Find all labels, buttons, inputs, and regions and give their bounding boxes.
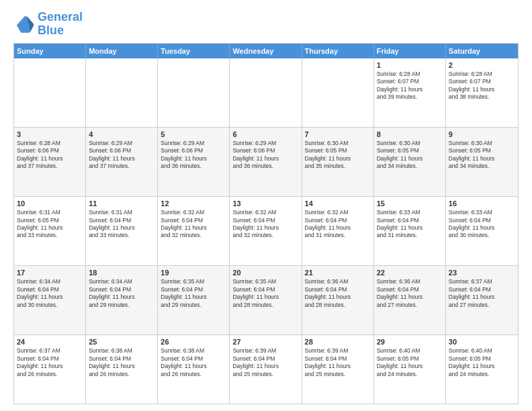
calendar-cell: 24Sunrise: 6:37 AM Sunset: 6:04 PM Dayli… xyxy=(14,335,86,404)
day-number: 23 xyxy=(449,268,515,277)
calendar-cell: 25Sunrise: 6:38 AM Sunset: 6:04 PM Dayli… xyxy=(86,335,158,404)
day-number: 12 xyxy=(161,199,226,208)
calendar-cell: 15Sunrise: 6:33 AM Sunset: 6:04 PM Dayli… xyxy=(374,197,446,265)
day-info: Sunrise: 6:37 AM Sunset: 6:04 PM Dayligh… xyxy=(449,278,515,309)
calendar-cell: 27Sunrise: 6:39 AM Sunset: 6:04 PM Dayli… xyxy=(230,335,302,404)
logo-text: General Blue xyxy=(38,11,83,38)
day-number: 25 xyxy=(89,337,154,347)
day-info: Sunrise: 6:30 AM Sunset: 6:05 PM Dayligh… xyxy=(305,140,371,171)
day-number: 27 xyxy=(232,337,298,347)
day-info: Sunrise: 6:29 AM Sunset: 6:06 PM Dayligh… xyxy=(232,140,298,171)
day-info: Sunrise: 6:32 AM Sunset: 6:04 PM Dayligh… xyxy=(232,209,298,240)
calendar-cell xyxy=(158,58,230,127)
day-number: 24 xyxy=(17,337,83,347)
day-number: 18 xyxy=(89,268,154,277)
day-number: 30 xyxy=(449,337,515,347)
day-number: 28 xyxy=(305,337,371,347)
day-info: Sunrise: 6:36 AM Sunset: 6:04 PM Dayligh… xyxy=(377,278,443,309)
calendar-row-2: 10Sunrise: 6:31 AM Sunset: 6:05 PM Dayli… xyxy=(14,196,518,265)
day-info: Sunrise: 6:38 AM Sunset: 6:04 PM Dayligh… xyxy=(161,347,226,378)
day-number: 17 xyxy=(17,268,83,277)
calendar: SundayMondayTuesdayWednesdayThursdayFrid… xyxy=(13,43,519,404)
calendar-cell: 6Sunrise: 6:29 AM Sunset: 6:06 PM Daylig… xyxy=(230,128,302,196)
calendar-cell: 1Sunrise: 6:28 AM Sunset: 6:07 PM Daylig… xyxy=(374,58,446,127)
day-info: Sunrise: 6:40 AM Sunset: 6:05 PM Dayligh… xyxy=(449,347,515,378)
calendar-cell: 26Sunrise: 6:38 AM Sunset: 6:04 PM Dayli… xyxy=(158,335,230,404)
day-number: 7 xyxy=(305,130,371,139)
day-info: Sunrise: 6:34 AM Sunset: 6:04 PM Dayligh… xyxy=(17,278,83,309)
day-info: Sunrise: 6:34 AM Sunset: 6:04 PM Dayligh… xyxy=(89,278,154,309)
header: General Blue xyxy=(13,11,519,38)
calendar-cell: 7Sunrise: 6:30 AM Sunset: 6:05 PM Daylig… xyxy=(302,128,374,196)
day-number: 5 xyxy=(161,130,226,139)
day-number: 16 xyxy=(449,199,515,208)
day-number: 11 xyxy=(89,199,154,208)
calendar-cell: 22Sunrise: 6:36 AM Sunset: 6:04 PM Dayli… xyxy=(374,266,446,334)
calendar-cell: 28Sunrise: 6:39 AM Sunset: 6:04 PM Dayli… xyxy=(302,335,374,404)
day-info: Sunrise: 6:39 AM Sunset: 6:04 PM Dayligh… xyxy=(232,347,298,378)
calendar-body: 1Sunrise: 6:28 AM Sunset: 6:07 PM Daylig… xyxy=(14,58,518,404)
day-number: 21 xyxy=(305,268,371,277)
calendar-cell xyxy=(14,58,86,127)
day-info: Sunrise: 6:38 AM Sunset: 6:04 PM Dayligh… xyxy=(89,347,154,378)
day-number: 19 xyxy=(161,268,226,277)
day-info: Sunrise: 6:29 AM Sunset: 6:06 PM Dayligh… xyxy=(89,140,154,171)
day-info: Sunrise: 6:28 AM Sunset: 6:07 PM Dayligh… xyxy=(377,71,443,101)
day-number: 4 xyxy=(89,130,154,139)
calendar-cell xyxy=(302,58,374,127)
day-number: 9 xyxy=(449,130,515,139)
calendar-cell: 2Sunrise: 6:28 AM Sunset: 6:07 PM Daylig… xyxy=(446,58,518,127)
day-info: Sunrise: 6:40 AM Sunset: 6:05 PM Dayligh… xyxy=(377,347,443,378)
calendar-cell: 9Sunrise: 6:30 AM Sunset: 6:05 PM Daylig… xyxy=(446,128,518,196)
header-day-thursday: Thursday xyxy=(302,44,374,58)
day-info: Sunrise: 6:35 AM Sunset: 6:04 PM Dayligh… xyxy=(232,278,298,309)
day-number: 6 xyxy=(232,130,298,139)
header-day-saturday: Saturday xyxy=(446,44,518,58)
calendar-cell: 23Sunrise: 6:37 AM Sunset: 6:04 PM Dayli… xyxy=(446,266,518,334)
logo-icon xyxy=(13,13,35,35)
day-info: Sunrise: 6:28 AM Sunset: 6:07 PM Dayligh… xyxy=(449,71,515,101)
day-number: 13 xyxy=(232,199,298,208)
day-number: 29 xyxy=(377,337,443,347)
header-day-wednesday: Wednesday xyxy=(230,44,302,58)
day-info: Sunrise: 6:31 AM Sunset: 6:05 PM Dayligh… xyxy=(17,209,83,240)
day-info: Sunrise: 6:30 AM Sunset: 6:05 PM Dayligh… xyxy=(377,140,443,171)
calendar-cell: 19Sunrise: 6:35 AM Sunset: 6:04 PM Dayli… xyxy=(158,266,230,334)
calendar-cell: 10Sunrise: 6:31 AM Sunset: 6:05 PM Dayli… xyxy=(14,197,86,265)
day-number: 8 xyxy=(377,130,443,139)
calendar-cell: 11Sunrise: 6:31 AM Sunset: 6:04 PM Dayli… xyxy=(86,197,158,265)
day-number: 14 xyxy=(305,199,371,208)
day-info: Sunrise: 6:28 AM Sunset: 6:06 PM Dayligh… xyxy=(17,140,83,171)
header-day-tuesday: Tuesday xyxy=(158,44,230,58)
calendar-cell: 8Sunrise: 6:30 AM Sunset: 6:05 PM Daylig… xyxy=(374,128,446,196)
day-number: 1 xyxy=(377,60,443,70)
day-info: Sunrise: 6:39 AM Sunset: 6:04 PM Dayligh… xyxy=(305,347,371,378)
calendar-cell: 21Sunrise: 6:36 AM Sunset: 6:04 PM Dayli… xyxy=(302,266,374,334)
calendar-cell: 17Sunrise: 6:34 AM Sunset: 6:04 PM Dayli… xyxy=(14,266,86,334)
calendar-cell: 4Sunrise: 6:29 AM Sunset: 6:06 PM Daylig… xyxy=(86,128,158,196)
day-info: Sunrise: 6:31 AM Sunset: 6:04 PM Dayligh… xyxy=(89,209,154,240)
calendar-row-4: 24Sunrise: 6:37 AM Sunset: 6:04 PM Dayli… xyxy=(14,334,518,404)
header-day-sunday: Sunday xyxy=(14,44,86,58)
day-number: 15 xyxy=(377,199,443,208)
day-info: Sunrise: 6:36 AM Sunset: 6:04 PM Dayligh… xyxy=(305,278,371,309)
day-number: 3 xyxy=(17,130,83,139)
calendar-cell: 20Sunrise: 6:35 AM Sunset: 6:04 PM Dayli… xyxy=(230,266,302,334)
calendar-row-0: 1Sunrise: 6:28 AM Sunset: 6:07 PM Daylig… xyxy=(14,58,518,127)
day-info: Sunrise: 6:35 AM Sunset: 6:04 PM Dayligh… xyxy=(161,278,226,309)
header-day-monday: Monday xyxy=(86,44,158,58)
day-info: Sunrise: 6:33 AM Sunset: 6:04 PM Dayligh… xyxy=(449,209,515,240)
calendar-cell: 30Sunrise: 6:40 AM Sunset: 6:05 PM Dayli… xyxy=(446,335,518,404)
day-info: Sunrise: 6:29 AM Sunset: 6:06 PM Dayligh… xyxy=(161,140,226,171)
calendar-header: SundayMondayTuesdayWednesdayThursdayFrid… xyxy=(14,44,518,58)
calendar-cell: 3Sunrise: 6:28 AM Sunset: 6:06 PM Daylig… xyxy=(14,128,86,196)
calendar-cell xyxy=(230,58,302,127)
logo: General Blue xyxy=(13,11,83,38)
calendar-cell: 5Sunrise: 6:29 AM Sunset: 6:06 PM Daylig… xyxy=(158,128,230,196)
calendar-cell: 12Sunrise: 6:32 AM Sunset: 6:04 PM Dayli… xyxy=(158,197,230,265)
calendar-cell: 29Sunrise: 6:40 AM Sunset: 6:05 PM Dayli… xyxy=(374,335,446,404)
calendar-row-3: 17Sunrise: 6:34 AM Sunset: 6:04 PM Dayli… xyxy=(14,265,518,334)
day-info: Sunrise: 6:30 AM Sunset: 6:05 PM Dayligh… xyxy=(449,140,515,171)
day-info: Sunrise: 6:32 AM Sunset: 6:04 PM Dayligh… xyxy=(161,209,226,240)
header-day-friday: Friday xyxy=(374,44,446,58)
